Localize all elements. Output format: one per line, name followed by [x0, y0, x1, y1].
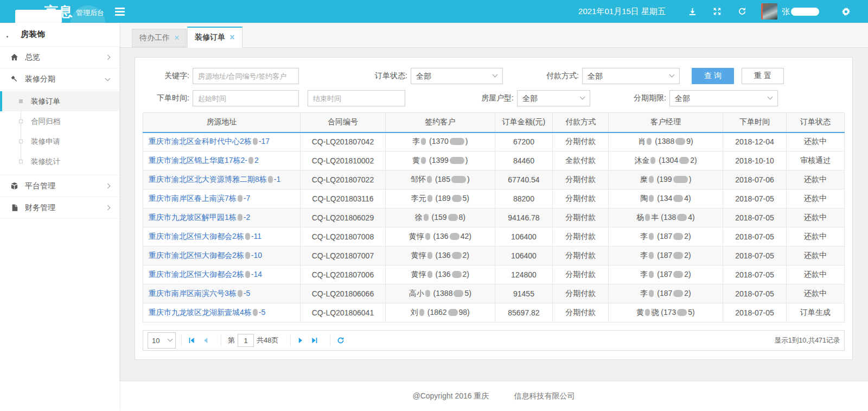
- user-name[interactable]: 张: [782, 7, 819, 17]
- property-address-link[interactable]: 重庆市渝北区恒大御都会2栋-14: [149, 270, 262, 279]
- property-address-link[interactable]: 重庆市南岸区南滨六号3栋-5: [149, 289, 250, 298]
- home-icon: [10, 53, 19, 61]
- user-avatar[interactable]: [761, 3, 777, 20]
- order-date-cell: 2018-07-05: [723, 227, 786, 246]
- table-row[interactable]: 重庆市渝北区恒大御都会2栋-14 CQ-LQ201807006 黄惇 (1362…: [143, 265, 845, 284]
- chevron-down-icon: [105, 75, 111, 81]
- search-button[interactable]: 查 询: [692, 68, 734, 84]
- chevron-right-icon: [105, 184, 111, 189]
- redaction-blob: [451, 176, 466, 183]
- sidebar-subitem-contract-archive[interactable]: 合同归档: [0, 111, 119, 131]
- page-total-label: 共48页: [257, 336, 278, 345]
- table-row[interactable]: 重庆市渝北区锦上华庭17栋2-2 CQ-LQ201810002 黄 (1399)…: [143, 151, 845, 170]
- filter-row-1: 关键字: 订单状态: 全部 付款方式: 全部 查 询 重: [143, 68, 845, 84]
- main-area: 待办工作 × 装修订单 × 关键字: 订单状态: 全部: [119, 23, 868, 411]
- order-status-cell: 还款中: [787, 132, 845, 151]
- table-row[interactable]: 重庆市南岸区南滨六号3栋-5 CQ-LQ201806066 高小 (13885)…: [143, 284, 845, 303]
- property-address-link[interactable]: 重庆市南岸区春上南滨7栋-7: [149, 194, 250, 203]
- copyright-left: @Copyright 2016 重庆: [412, 391, 489, 401]
- app-logo-subtitle: 管理后台: [76, 5, 104, 18]
- orders-panel: 关键字: 订单状态: 全部 付款方式: 全部 查 询 重: [135, 57, 853, 360]
- redaction-blob: [419, 309, 424, 316]
- filter-row-2: 下单时间: 房屋户型: 全部 分期期限: 全部: [143, 90, 845, 106]
- amount-cell: 67740.54: [495, 170, 553, 189]
- order-status-cell: 还款中: [787, 284, 845, 303]
- installment-term-select[interactable]: 全部: [669, 90, 778, 106]
- tab-renovation-orders[interactable]: 装修订单 ×: [187, 27, 242, 48]
- customer-cell: 黄 (1399): [386, 151, 495, 170]
- contract-number-cell: CQ-LQ201806029: [300, 208, 385, 227]
- end-time-input[interactable]: [308, 90, 405, 106]
- refresh-icon[interactable]: [730, 0, 755, 23]
- table-row[interactable]: 重庆市九龙坡区解甲园1栋-2 CQ-LQ201806029 徐 (1598) 9…: [143, 208, 845, 227]
- current-date: 2021年01月15日 星期五: [578, 7, 666, 17]
- sidebar-toggle-button[interactable]: [113, 5, 127, 18]
- redaction-blob: [245, 233, 250, 240]
- sidebar-item-renovation-installment[interactable]: 装修分期: [0, 68, 119, 90]
- pager-nav-left: [181, 334, 215, 346]
- house-type-select[interactable]: 全部: [517, 90, 590, 106]
- redaction-blob: [673, 176, 688, 183]
- property-address-link[interactable]: 重庆市九龙坡区龙湖新壹城4栋-5: [149, 308, 265, 317]
- page-size-select[interactable]: 10: [148, 332, 176, 349]
- last-page-icon[interactable]: [311, 337, 318, 344]
- table-row[interactable]: 重庆市渝北区恒大御都会2栋-11 CQ-LQ201807008 黄惇 (1364…: [143, 227, 845, 246]
- close-tab-icon[interactable]: ×: [174, 34, 179, 42]
- next-page-icon[interactable]: [297, 337, 304, 344]
- table-row[interactable]: 重庆市渝北区恒大御都会2栋-10 CQ-LQ201807007 黄惇 (1362…: [143, 246, 845, 265]
- sidebar-subitem-label: 装修订单: [31, 97, 60, 106]
- sidebar-item-finance-management[interactable]: 财务管理: [0, 197, 119, 219]
- contract-number-cell: CQ-LQ201807006: [300, 265, 385, 284]
- start-time-input[interactable]: [193, 90, 299, 106]
- redaction-blob: [253, 309, 258, 316]
- close-tab-icon[interactable]: ×: [229, 33, 234, 42]
- sidebar-subitem-renovation-application[interactable]: 装修申请: [0, 131, 119, 151]
- keyword-input[interactable]: [193, 68, 299, 84]
- page-number-input[interactable]: [238, 334, 254, 347]
- table-row[interactable]: 重庆市渝北区金科时代中心2栋-17 CQ-LQ201807042 李 (1370…: [143, 132, 845, 151]
- order-status-label: 订单状态:: [364, 71, 407, 81]
- sidebar-submenu: 装修订单 合同归档 装修申请 装修统计: [0, 90, 119, 175]
- app-logo: 言息: [44, 3, 73, 21]
- order-date-cell: 2018-07-05: [723, 265, 786, 284]
- tab-pending-work[interactable]: 待办工作 ×: [132, 29, 187, 47]
- sidebar-subitem-renovation-statistics[interactable]: 装修统计: [0, 151, 119, 172]
- order-date-cell: 2018-07-05: [723, 189, 786, 208]
- payment-method-cell: 分期付款: [553, 265, 609, 284]
- column-header: 客户经理: [609, 113, 723, 132]
- redaction-blob: [452, 252, 462, 259]
- order-status-cell: 订单生成: [787, 303, 845, 323]
- download-icon[interactable]: [680, 0, 705, 23]
- manager-cell: 糜 (199): [609, 170, 723, 189]
- reset-button[interactable]: 重 置: [742, 68, 784, 84]
- customer-cell: 李元 (1895): [386, 189, 495, 208]
- sidebar-item-platform-management[interactable]: 平台管理: [0, 175, 119, 197]
- redaction-blob: [245, 271, 250, 278]
- prev-page-icon[interactable]: [202, 337, 209, 344]
- pager-nav-right: [290, 334, 324, 346]
- payment-method-select[interactable]: 全部: [582, 68, 680, 84]
- table-row[interactable]: 重庆市南岸区春上南滨7栋-7 CQ-LQ201803116 李元 (1895) …: [143, 189, 845, 208]
- first-page-icon[interactable]: [188, 337, 195, 344]
- redaction-blob: [649, 252, 654, 259]
- property-address-link[interactable]: 重庆市渝北区北大资源博雅二期8栋-1: [149, 175, 280, 184]
- column-header: 订单状态: [787, 113, 845, 132]
- sidebar-subitem-renovation-orders[interactable]: 装修订单: [0, 91, 119, 111]
- sidebar-item-overview[interactable]: 总览: [0, 47, 119, 68]
- order-status-select[interactable]: 全部: [411, 68, 503, 84]
- table-row[interactable]: 重庆市渝北区北大资源博雅二期8栋-1 CQ-LQ201807022 邹怀 (18…: [143, 170, 845, 189]
- property-address-link[interactable]: 重庆市九龙坡区解甲园1栋-2: [149, 213, 250, 222]
- column-header: 签约客户: [386, 113, 495, 132]
- settings-gear-icon[interactable]: [833, 0, 858, 23]
- table-row[interactable]: 重庆市九龙坡区龙湖新壹城4栋-5 CQ-LQ201806041 刘 (18629…: [143, 303, 845, 323]
- sidebar-item-label: 平台管理: [25, 181, 55, 191]
- property-address-link[interactable]: 重庆市渝北区金科时代中心2栋-17: [149, 137, 270, 146]
- property-address-link[interactable]: 重庆市渝北区恒大御都会2栋-10: [149, 251, 262, 260]
- property-address-link[interactable]: 重庆市渝北区锦上华庭17栋2-2: [149, 156, 259, 165]
- reload-icon[interactable]: [337, 337, 344, 344]
- file-icon: [10, 204, 19, 212]
- payment-method-cell: 分期付款: [553, 303, 609, 323]
- fullscreen-icon[interactable]: [705, 0, 730, 23]
- property-address-link[interactable]: 重庆市渝北区恒大御都会2栋-11: [149, 232, 261, 241]
- page-number-group: 第 共48页: [221, 334, 285, 346]
